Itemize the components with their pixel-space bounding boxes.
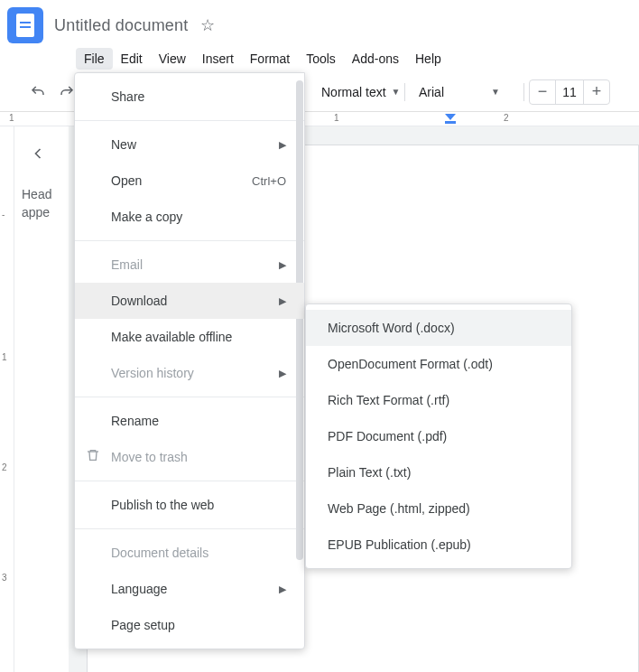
indent-marker-icon[interactable] [445, 114, 456, 125]
menu-separator [75, 528, 304, 529]
menu-page-setup[interactable]: Page setup [75, 607, 304, 643]
outline-placeholder: Head appe [22, 186, 61, 221]
vruler-label: 1 [2, 352, 7, 362]
font-family-label: Arial [419, 85, 444, 99]
chevron-down-icon: ▼ [392, 87, 401, 97]
trash-icon [86, 448, 100, 466]
download-docx[interactable]: Microsoft Word (.docx) [306, 310, 571, 346]
vruler-label: 2 [2, 462, 7, 472]
outline-panel: Head appe [14, 126, 69, 672]
menu-separator [75, 397, 304, 397]
undo-button[interactable] [25, 79, 51, 105]
ruler-label: 2 [504, 113, 509, 123]
menu-make-copy[interactable]: Make a copy [75, 199, 304, 235]
download-rtf[interactable]: Rich Text Format (.rtf) [306, 382, 571, 418]
menu-document-details[interactable]: Document details [75, 535, 304, 571]
svg-rect-1 [445, 121, 456, 124]
docs-glyph [16, 14, 34, 37]
ruler-label: 1 [334, 113, 339, 123]
menu-make-available-offline[interactable]: Make available offline [75, 319, 304, 355]
star-icon[interactable]: ☆ [200, 17, 215, 33]
menu-edit[interactable]: Edit [113, 48, 151, 70]
menu-move-to-trash[interactable]: Move to trash [75, 439, 304, 475]
menu-version-history[interactable]: Version history▶ [75, 355, 304, 391]
font-size-control: − 11 + [529, 79, 610, 105]
download-submenu: Microsoft Word (.docx) OpenDocument Form… [305, 303, 572, 569]
menu-help[interactable]: Help [407, 48, 449, 70]
menu-separator [75, 120, 304, 121]
menu-insert[interactable]: Insert [194, 48, 242, 70]
menu-open[interactable]: OpenCtrl+O [75, 163, 304, 199]
outline-collapse-button[interactable] [22, 137, 54, 170]
file-menu-dropdown: Share New▶ OpenCtrl+O Make a copy Email▶… [74, 72, 305, 649]
menu-separator [75, 481, 304, 481]
menu-rename[interactable]: Rename [75, 403, 304, 439]
docs-app-icon[interactable] [7, 7, 43, 43]
menu-email[interactable]: Email▶ [75, 247, 304, 283]
menu-addons[interactable]: Add-ons [344, 48, 407, 70]
font-size-value[interactable]: 11 [555, 79, 584, 105]
toolbar-separator [523, 83, 524, 101]
submenu-arrow-icon: ▶ [279, 139, 286, 151]
ruler-label: 1 [9, 113, 14, 123]
download-odt[interactable]: OpenDocument Format (.odt) [306, 346, 571, 382]
download-html[interactable]: Web Page (.html, zipped) [306, 490, 571, 527]
menu-download[interactable]: Download▶ [75, 283, 304, 319]
submenu-arrow-icon: ▶ [279, 259, 286, 271]
titlebar: Untitled document ☆ [0, 0, 639, 45]
font-size-decrease[interactable]: − [530, 79, 555, 105]
svg-marker-0 [445, 114, 456, 120]
menu-file[interactable]: File [76, 48, 113, 70]
vruler-label: 3 [2, 573, 7, 583]
submenu-arrow-icon: ▶ [279, 368, 286, 379]
menu-separator [75, 240, 304, 241]
download-epub[interactable]: EPUB Publication (.epub) [306, 527, 571, 563]
font-size-increase[interactable]: + [584, 79, 609, 105]
menu-view[interactable]: View [151, 48, 194, 70]
paragraph-style-dropdown[interactable]: Normal text ▼ [314, 79, 407, 105]
toolbar-separator [404, 83, 405, 101]
menu-publish-web[interactable]: Publish to the web [75, 487, 304, 523]
font-family-dropdown[interactable]: Arial ▼ [412, 79, 507, 105]
document-title[interactable]: Untitled document [54, 16, 188, 35]
vertical-ruler[interactable]: - 1 2 3 [0, 126, 14, 672]
submenu-arrow-icon: ▶ [279, 295, 286, 307]
menu-new[interactable]: New▶ [75, 126, 304, 163]
download-pdf[interactable]: PDF Document (.pdf) [306, 418, 571, 454]
chevron-down-icon: ▼ [491, 87, 500, 97]
shortcut-label: Ctrl+O [252, 174, 286, 188]
menu-tools[interactable]: Tools [298, 48, 344, 70]
paragraph-style-label: Normal text [321, 85, 386, 99]
download-txt[interactable]: Plain Text (.txt) [306, 454, 571, 490]
menu-share[interactable]: Share [75, 79, 304, 115]
menu-language[interactable]: Language▶ [75, 571, 304, 607]
menu-format[interactable]: Format [242, 48, 298, 70]
vruler-label: - [2, 210, 5, 219]
submenu-arrow-icon: ▶ [279, 583, 286, 595]
menubar: File Edit View Insert Format Tools Add-o… [0, 45, 639, 72]
